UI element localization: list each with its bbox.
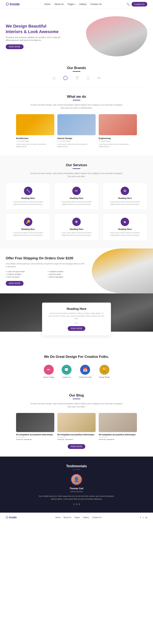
service-title-6: Heading Here bbox=[106, 228, 144, 230]
what-card-eng: Engineering ✦ Lorem Ideas Lorem ipsum do… bbox=[99, 114, 137, 148]
offer-list-item-2: Ut labore et dolore bbox=[48, 271, 86, 272]
brand-icon-5: ✏ bbox=[97, 76, 101, 80]
arch-image bbox=[16, 114, 54, 135]
what-card-interior: Interior Design ✏ 4 Lorem Ideas Lorem ip… bbox=[58, 114, 96, 148]
blog-cta-container: READ MORE bbox=[6, 444, 147, 449]
heading-overlay-description: sed do eiusmod tempor incididunt ut labo… bbox=[48, 312, 105, 320]
contact-button[interactable]: Contact Us bbox=[132, 2, 147, 6]
blog-card-author-2: Posted by: superadmin bbox=[58, 438, 96, 440]
process-label-2: Contact Us bbox=[62, 376, 71, 378]
process-label-4: Design Ready bbox=[99, 376, 110, 378]
services-underline bbox=[73, 168, 80, 169]
process-label-1: Dream Design bbox=[43, 376, 54, 378]
heading-overlay-card: Heading Here sed do eiusmod tempor incid… bbox=[42, 302, 111, 336]
process-icon-1: ✏ bbox=[44, 365, 54, 375]
footer-link-home[interactable]: Home bbox=[55, 516, 60, 518]
service-desc-4: Lorem ipsum dolor sit amet consectetur a… bbox=[9, 232, 47, 237]
footer-link-about[interactable]: About Us bbox=[64, 516, 71, 518]
hero-cta-button[interactable]: READ MORE bbox=[6, 44, 24, 49]
offer-list-item-5: Dolor non ipsum bbox=[6, 276, 44, 278]
service-card-4: 🔑 Heading Here Lorem ipsum dolor sit ame… bbox=[6, 214, 50, 241]
process-icon-3: 📅 bbox=[80, 365, 90, 375]
process-label-3: Choose the Date bbox=[79, 376, 92, 378]
eng-desc: Lorem ipsum dolor sit amet consectetur a… bbox=[99, 143, 137, 148]
footer-logo-icon: ⬡ bbox=[6, 516, 8, 519]
offer-title: Offer Free Shipping On Orders Over $100 bbox=[6, 256, 86, 260]
process-arrow-2: → bbox=[74, 368, 77, 376]
offer-image-inner bbox=[92, 248, 153, 294]
blog-underline bbox=[73, 398, 80, 399]
nav-logo[interactable]: ⬡ Inside bbox=[6, 2, 20, 6]
process-step-3: 📅 Choose the Date bbox=[79, 365, 92, 378]
process-step-2: 💬 Contact Us bbox=[62, 365, 72, 378]
process-row: ✏ Dream Design → 💬 Contact Us → 📅 Choose… bbox=[6, 365, 147, 378]
offer-image bbox=[92, 248, 153, 294]
footer-link-contact[interactable]: Contact Us bbox=[92, 516, 101, 518]
what-card-arch: Architecture ✏ 4 Lorem Ideas Lorem ipsum… bbox=[16, 114, 54, 148]
service-title-3: Heading Here bbox=[106, 197, 144, 199]
testimonial-name: Thomas Carl bbox=[6, 487, 147, 490]
testimonial-text: Nunc blandit lacinia orci. Etiam augue d… bbox=[38, 495, 115, 500]
arch-title: Architecture bbox=[16, 137, 54, 140]
nav-about[interactable]: About Us bbox=[54, 3, 64, 6]
service-desc-1: Lorem ipsum dolor sit amet consectetur a… bbox=[9, 201, 47, 206]
blog-card-date-2: 22 Sep 2018 bbox=[58, 436, 96, 438]
blog-card-img-2 bbox=[58, 413, 96, 432]
search-button[interactable]: 🔍 bbox=[126, 3, 130, 6]
heading-overlay-cta-button[interactable]: READ MORE bbox=[68, 326, 86, 331]
offer-list-item-4: Sed eum ipsam bbox=[48, 273, 86, 275]
dot-1[interactable] bbox=[73, 504, 74, 505]
social-twitter-icon[interactable]: t bbox=[143, 516, 144, 519]
service-card-6: ◈ Heading Here Lorem ipsum dolor sit ame… bbox=[103, 214, 147, 241]
blog-cta-button[interactable]: READ MORE bbox=[68, 444, 86, 449]
testimonial-dots bbox=[6, 504, 147, 505]
blog-subtitle: Ut enim ad minim veniam, quis nostrud ex… bbox=[29, 402, 124, 408]
blog-card-author-1: Posted by: superadmin bbox=[16, 438, 54, 440]
footer-link-pages[interactable]: Pages bbox=[74, 516, 80, 518]
design-process-section: We Do Great Design For Creative Folks. ✏… bbox=[0, 339, 153, 386]
service-desc-2: Lorem ipsum dolor sit amet consectetur a… bbox=[58, 201, 96, 206]
testimonials-section: Testimonials 👤 Thomas Carl Sed do eiusmo… bbox=[0, 456, 153, 512]
brands-row: ◇ ⬡ Y ◇ ✏ bbox=[6, 75, 147, 81]
heading-overlay-author: RAV bbox=[48, 322, 105, 324]
service-title-4: Heading Here bbox=[9, 228, 47, 230]
offer-list: Lorem non ipsum dolor Ut labore et dolor… bbox=[6, 271, 86, 278]
nav-gallery[interactable]: Gallery bbox=[79, 3, 86, 6]
offer-cta-button[interactable]: READ MORE bbox=[6, 281, 24, 286]
services-grid: 🔧 Heading Here Lorem ipsum dolor sit ame… bbox=[6, 183, 147, 241]
nav-pages[interactable]: Pages▾ bbox=[68, 3, 75, 6]
service-desc-6: Lorem ipsum dolor sit amet consectetur a… bbox=[106, 232, 144, 237]
service-icon-6: ◈ bbox=[121, 218, 129, 226]
offer-text: Offer Free Shipping On Orders Over $100 … bbox=[0, 248, 92, 294]
footer-logo[interactable]: ⬡ Inside bbox=[6, 516, 17, 519]
process-arrow-1: → bbox=[56, 368, 60, 376]
service-card-3: ⚙ Heading Here Lorem ipsum dolor sit ame… bbox=[103, 183, 147, 210]
logo-icon: ⬡ bbox=[6, 2, 9, 6]
eng-title: Engineering bbox=[99, 137, 137, 140]
navbar: ⬡ Inside Home About Us Pages▾ Gallery Co… bbox=[0, 0, 153, 8]
footer-logo-text: Inside bbox=[9, 516, 17, 519]
process-step-4: 🏆 Design Ready bbox=[99, 365, 110, 378]
dot-2[interactable] bbox=[76, 504, 77, 505]
process-icon-4: 🏆 bbox=[100, 365, 110, 375]
blog-card-img-3 bbox=[99, 413, 137, 432]
nav-home[interactable]: Home bbox=[44, 3, 50, 6]
service-icon-5: ❋ bbox=[72, 218, 81, 226]
footer-link-gallery[interactable]: Gallery bbox=[83, 516, 89, 518]
dot-3[interactable] bbox=[78, 504, 80, 505]
social-linkedin-icon[interactable]: in bbox=[145, 516, 147, 519]
brands-underline bbox=[73, 71, 80, 72]
testimonials-title: Testimonials bbox=[6, 464, 147, 468]
process-arrow-3: → bbox=[94, 368, 97, 376]
hero-description: Excepteur sint occaecat cupidatat non pr… bbox=[6, 36, 63, 42]
social-facebook-icon[interactable]: f bbox=[140, 516, 141, 519]
services-section: Our Services Ut enim ad minim veniam, qu… bbox=[0, 156, 153, 248]
hero-section: We Design Beautiful Interiors & Look Awe… bbox=[0, 8, 153, 60]
brand-icon-3: Y bbox=[75, 75, 78, 81]
offer-list-item-6: Dolore mag aliqua bbox=[48, 276, 86, 278]
arch-meta: ✏ 4 Lorem Ideas bbox=[16, 140, 54, 142]
blog-card-img-1 bbox=[16, 413, 54, 432]
nav-contact[interactable]: Contact Us bbox=[90, 3, 102, 6]
design-process-title: We Do Great Design For Creative Folks. bbox=[6, 354, 147, 359]
eng-image bbox=[99, 114, 137, 135]
